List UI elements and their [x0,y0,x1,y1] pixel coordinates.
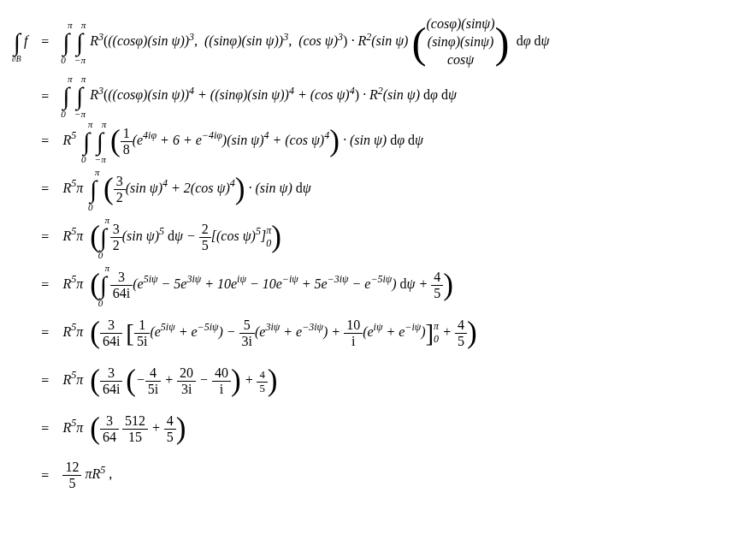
rhs-3: R5 ∫π0 ∫π−π (18(e4iφ + 6 + e−4iφ)(sin ψ)… [57,117,554,165]
rhs-9: R5π (364 51215 + 45) [57,405,554,453]
eq-row-4: = R5π ∫π0 (32(sin ψ)4 + 2(cos ψ)4) · (si… [9,165,554,213]
eq-row-8: = R5π (364i (−45i + 203i − 40i) + 45) [9,357,554,405]
equation-block: ∫∂B f = ∫π0 ∫π−π R3(((cosφ)(sin ψ))3, ((… [9,9,554,498]
rhs-8: R5π (364i (−45i + 203i − 40i) + 45) [57,357,554,405]
rhs-1: ∫π0 ∫π−π R3(((cosφ)(sin ψ))3, ((sinφ)(si… [57,9,554,75]
eq-row-10: = 125 πR5 , [9,453,554,498]
rhs-7: R5π (364i [15i(e5iψ + e−5iψ) − 53i(e3iψ … [57,309,554,357]
eq-row-2: = ∫π0 ∫π−π R3(((cosφ)(sin ψ))4 + ((sinφ)… [9,75,554,117]
lhs: ∫∂B f [9,9,32,75]
eq-row-7: = R5π (364i [15i(e5iψ + e−5iψ) − 53i(e3i… [9,309,554,357]
rhs-2: ∫π0 ∫π−π R3(((cosφ)(sin ψ))4 + ((sinφ)(s… [57,75,554,117]
eq-row-5: = R5π (∫π0 32(sin ψ)5 dψ − 25[(cos ψ)5]π… [9,213,554,261]
eq-row-1: ∫∂B f = ∫π0 ∫π−π R3(((cosφ)(sin ψ))3, ((… [9,9,554,75]
eq-sign: = [32,9,57,75]
eq-row-6: = R5π (∫π0 364i(e5iψ − 5e3iψ + 10eiψ − 1… [9,261,554,309]
rhs-10: 125 πR5 , [57,453,554,498]
rhs-4: R5π ∫π0 (32(sin ψ)4 + 2(cos ψ)4) · (sin … [57,165,554,213]
eq-row-3: = R5 ∫π0 ∫π−π (18(e4iφ + 6 + e−4iφ)(sin … [9,117,554,165]
rhs-6: R5π (∫π0 364i(e5iψ − 5e3iψ + 10eiψ − 10e… [57,261,554,309]
eq-row-9: = R5π (364 51215 + 45) [9,405,554,453]
rhs-5: R5π (∫π0 32(sin ψ)5 dψ − 25[(cos ψ)5]π0) [57,213,554,261]
